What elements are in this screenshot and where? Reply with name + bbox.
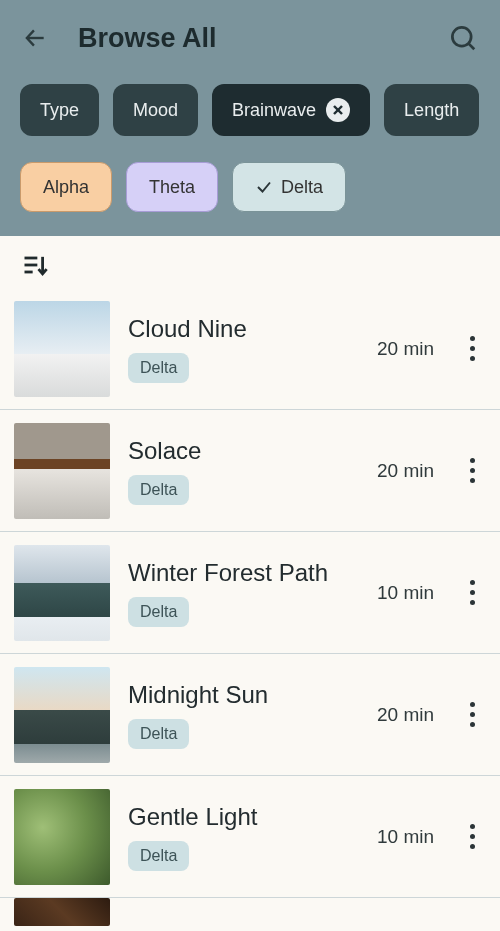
track-body: Winter Forest Path Delta	[128, 559, 359, 627]
track-tag: Delta	[128, 353, 189, 383]
secondary-filter-row: Alpha Theta Delta	[20, 162, 480, 212]
track-thumbnail	[14, 898, 110, 926]
clear-filter-icon[interactable]	[326, 98, 350, 122]
chip-label: Brainwave	[232, 100, 316, 121]
track-thumbnail	[14, 301, 110, 397]
content-region: Cloud Nine Delta 20 min Solace Delta 20 …	[0, 236, 500, 926]
chip-label: Theta	[149, 177, 195, 198]
search-button[interactable]	[446, 21, 480, 55]
subfilter-alpha[interactable]: Alpha	[20, 162, 112, 212]
header-bar: Browse All	[20, 18, 480, 58]
chip-label: Alpha	[43, 177, 89, 198]
track-tag: Delta	[128, 597, 189, 627]
close-icon	[332, 104, 344, 116]
arrow-left-icon	[22, 25, 48, 51]
subfilter-theta[interactable]: Theta	[126, 162, 218, 212]
sort-icon	[21, 251, 49, 279]
track-item[interactable]: Gentle Light Delta 10 min	[0, 776, 500, 898]
track-title: Midnight Sun	[128, 681, 359, 709]
track-title: Solace	[128, 437, 359, 465]
track-thumbnail	[14, 667, 110, 763]
back-button[interactable]	[20, 23, 50, 53]
header-region: Browse All Type Mood Brainwave Length Al…	[0, 0, 500, 236]
track-item[interactable]: Winter Forest Path Delta 10 min	[0, 532, 500, 654]
track-duration: 20 min	[377, 338, 434, 360]
track-item[interactable]: Midnight Sun Delta 20 min	[0, 654, 500, 776]
chip-label: Type	[40, 100, 79, 121]
filter-chip-type[interactable]: Type	[20, 84, 99, 136]
check-icon	[255, 178, 273, 196]
track-body: Midnight Sun Delta	[128, 681, 359, 749]
track-title: Cloud Nine	[128, 315, 359, 343]
more-button[interactable]	[458, 817, 486, 857]
filter-chip-brainwave[interactable]: Brainwave	[212, 84, 370, 136]
page-title: Browse All	[78, 23, 217, 54]
primary-filter-row: Type Mood Brainwave Length	[20, 84, 480, 136]
track-item[interactable]	[0, 898, 500, 926]
track-thumbnail	[14, 789, 110, 885]
track-tag: Delta	[128, 719, 189, 749]
track-title: Gentle Light	[128, 803, 359, 831]
more-button[interactable]	[458, 329, 486, 369]
svg-line-2	[469, 44, 475, 50]
sort-row	[0, 236, 500, 288]
track-title: Winter Forest Path	[128, 559, 359, 587]
track-body: Gentle Light Delta	[128, 803, 359, 871]
track-duration: 20 min	[377, 460, 434, 482]
filter-chip-mood[interactable]: Mood	[113, 84, 198, 136]
more-button[interactable]	[458, 695, 486, 735]
track-tag: Delta	[128, 475, 189, 505]
search-icon	[448, 23, 478, 53]
track-duration: 20 min	[377, 704, 434, 726]
track-thumbnail	[14, 423, 110, 519]
track-item[interactable]: Solace Delta 20 min	[0, 410, 500, 532]
track-item[interactable]: Cloud Nine Delta 20 min	[0, 288, 500, 410]
track-body: Solace Delta	[128, 437, 359, 505]
track-thumbnail	[14, 545, 110, 641]
chip-label: Length	[404, 100, 459, 121]
chip-label: Mood	[133, 100, 178, 121]
subfilter-delta[interactable]: Delta	[232, 162, 346, 212]
track-duration: 10 min	[377, 582, 434, 604]
track-list[interactable]: Cloud Nine Delta 20 min Solace Delta 20 …	[0, 288, 500, 926]
more-button[interactable]	[458, 451, 486, 491]
track-tag: Delta	[128, 841, 189, 871]
sort-button[interactable]	[20, 250, 50, 280]
track-body: Cloud Nine Delta	[128, 315, 359, 383]
svg-point-1	[452, 27, 471, 46]
track-duration: 10 min	[377, 826, 434, 848]
chip-label: Delta	[281, 177, 323, 198]
filter-chip-length[interactable]: Length	[384, 84, 479, 136]
more-button[interactable]	[458, 573, 486, 613]
